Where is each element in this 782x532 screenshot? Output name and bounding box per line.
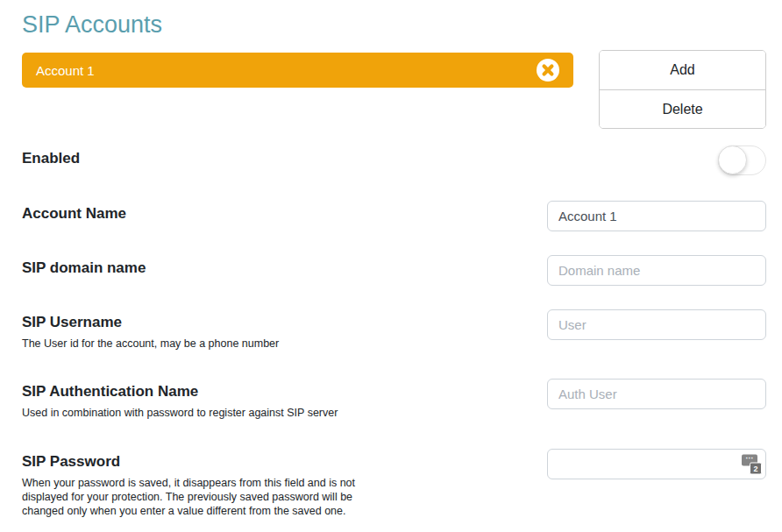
sip-password-input[interactable] — [547, 449, 766, 479]
sip-username-input[interactable] — [547, 309, 766, 340]
sip-auth-name-label-block: SIP Authentication Name Used in combinat… — [22, 379, 547, 420]
account-name-row: Account Name — [22, 201, 766, 231]
enabled-control — [547, 145, 766, 175]
sip-domain-label: SIP domain name — [22, 259, 547, 277]
account-list-item-label: Account 1 — [36, 63, 95, 78]
sip-username-label-block: SIP Username The User id for the account… — [22, 309, 547, 351]
sip-auth-name-input[interactable] — [547, 379, 766, 409]
enabled-label-block: Enabled — [22, 145, 547, 167]
sip-auth-name-label: SIP Authentication Name — [22, 383, 547, 401]
sip-domain-control — [547, 255, 766, 286]
sip-auth-name-row: SIP Authentication Name Used in combinat… — [22, 379, 766, 420]
account-name-label: Account Name — [22, 205, 547, 223]
sip-username-label: SIP Username — [22, 314, 547, 331]
account-name-input[interactable] — [547, 201, 766, 231]
enabled-label: Enabled — [22, 150, 547, 167]
toggle-knob — [718, 145, 747, 174]
sip-auth-name-help: Used in combination with password to reg… — [22, 406, 373, 420]
close-icon[interactable] — [537, 59, 559, 82]
enabled-toggle[interactable] — [718, 145, 766, 175]
add-button[interactable]: Add — [600, 51, 765, 89]
sip-password-label: SIP Password — [22, 453, 547, 471]
sip-accounts-page: SIP Accounts Account 1 Add Delete Enable… — [0, 0, 782, 518]
enabled-row: Enabled — [22, 145, 766, 175]
password-count-badge: 2 — [750, 462, 762, 474]
password-manager-icon[interactable]: ··· 2 — [742, 454, 762, 474]
sip-password-control: ··· 2 — [547, 449, 766, 479]
sip-auth-name-control — [547, 379, 766, 409]
sip-password-help: When your password is saved, it disappea… — [22, 476, 373, 518]
sip-password-field-wrap: ··· 2 — [547, 449, 766, 479]
sip-domain-input[interactable] — [547, 255, 766, 286]
sip-domain-row: SIP domain name — [22, 255, 766, 286]
account-actions-group: Add Delete — [599, 50, 766, 129]
sip-password-row: SIP Password When your password is saved… — [22, 449, 766, 518]
sip-username-help: The User id for the account, may be a ph… — [22, 337, 373, 351]
sip-username-control — [547, 309, 766, 340]
account-name-control — [547, 201, 766, 231]
page-title: SIP Accounts — [22, 11, 766, 39]
account-name-label-block: Account Name — [22, 201, 547, 223]
sip-domain-label-block: SIP domain name — [22, 255, 547, 277]
sip-password-label-block: SIP Password When your password is saved… — [22, 449, 547, 518]
account-selector-row: Account 1 Add Delete — [22, 50, 766, 129]
delete-button[interactable]: Delete — [600, 89, 765, 128]
sip-username-row: SIP Username The User id for the account… — [22, 309, 766, 351]
account-list-item-selected[interactable]: Account 1 — [22, 53, 573, 88]
